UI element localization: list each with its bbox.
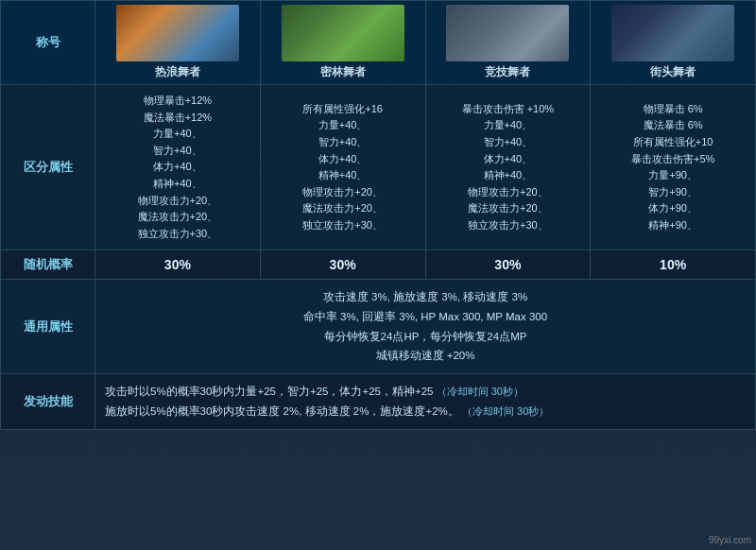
page-container: 称号 热浪舞者 密林舞者 竞技舞者: [0, 0, 756, 550]
distinction-attr-3: 暴击攻击伤害 +10% 力量+40、 智力+40、 体力+40、 精神+40、 …: [425, 85, 591, 250]
common-attr-row: 通用属性 攻击速度 3%, 施放速度 3%, 移动速度 3% 命中率 3%, 回…: [1, 280, 756, 374]
distinction-attr-4: 物理暴击 6% 魔法暴击 6% 所有属性强化+10 暴击攻击伤害+5% 力量+9…: [591, 85, 756, 250]
title-col-2: 密林舞者: [260, 1, 425, 85]
prob-4: 10%: [591, 250, 756, 280]
title-row: 称号 热浪舞者 密林舞者 竞技舞者: [1, 1, 756, 85]
street-dancer-image: [611, 5, 734, 61]
prob-2: 30%: [260, 250, 425, 280]
probability-row: 随机概率 30% 30% 30% 10%: [1, 250, 756, 280]
title-col-3: 竞技舞者: [425, 1, 591, 85]
arena-dancer-image: [446, 5, 569, 61]
title-col-4: 街头舞者: [591, 1, 756, 85]
arena-dancer-label: 竞技舞者: [430, 64, 587, 80]
distinction-row: 区分属性 物理暴击+12% 魔法暴击+12% 力量+40、 智力+40、 体力+…: [1, 85, 756, 250]
cooldown-2: （冷却时间 30秒）: [462, 405, 549, 417]
title-col-1: 热浪舞者: [95, 1, 261, 85]
street-dancer-label: 街头舞者: [594, 64, 751, 80]
common-attr-value: 攻击速度 3%, 施放速度 3%, 移动速度 3% 命中率 3%, 回避率 3%…: [95, 280, 756, 374]
watermark: 99yxi.com: [709, 535, 751, 545]
prob-3: 30%: [425, 250, 591, 280]
forest-dancer-label: 密林舞者: [265, 64, 421, 80]
skill-row: 发动技能 攻击时以5%的概率30秒内力量+25，智力+25，体力+25，精神+2…: [1, 374, 756, 430]
skill-label: 发动技能: [1, 374, 95, 430]
probability-label: 随机概率: [1, 250, 95, 280]
title-header-label: 称号: [1, 1, 95, 85]
distinction-attr-1: 物理暴击+12% 魔法暴击+12% 力量+40、 智力+40、 体力+40、 精…: [95, 85, 261, 250]
common-attr-label: 通用属性: [1, 280, 95, 374]
hot-dancer-label: 热浪舞者: [99, 64, 256, 80]
distinction-label: 区分属性: [1, 85, 95, 250]
cooldown-1: （冷却时间 30秒）: [437, 386, 524, 397]
main-table: 称号 热浪舞者 密林舞者 竞技舞者: [0, 0, 756, 430]
prob-1: 30%: [95, 250, 261, 280]
forest-dancer-image: [282, 5, 404, 61]
distinction-attr-2: 所有属性强化+16 力量+40、 智力+40、 体力+40、 精神+40、 物理…: [260, 85, 425, 250]
skill-value: 攻击时以5%的概率30秒内力量+25，智力+25，体力+25，精神+25 （冷却…: [95, 374, 756, 430]
hot-dancer-image: [116, 5, 239, 61]
